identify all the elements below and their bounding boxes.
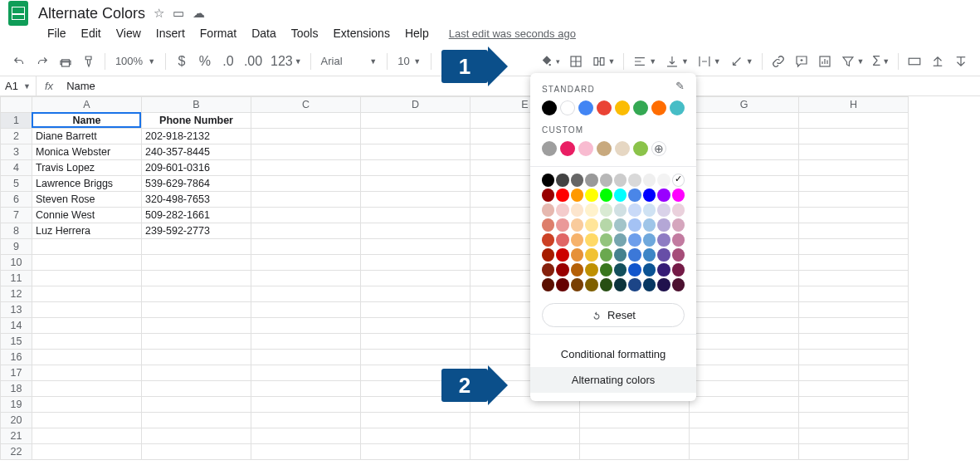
palette-swatch[interactable] (614, 233, 627, 247)
cell[interactable]: 209-601-0316 (142, 160, 251, 176)
standard-swatch[interactable] (651, 100, 666, 115)
cell[interactable] (32, 334, 142, 350)
palette-swatch[interactable] (614, 188, 627, 202)
palette-swatch[interactable] (571, 188, 583, 202)
cell[interactable] (690, 365, 799, 381)
more-formats-button[interactable]: 123▼ (267, 51, 305, 72)
palette-swatch[interactable] (600, 203, 612, 217)
cell[interactable] (142, 334, 251, 350)
palette-swatch[interactable] (628, 174, 641, 187)
palette-swatch[interactable] (571, 248, 583, 262)
palette-swatch[interactable] (628, 233, 641, 247)
cell[interactable] (690, 176, 799, 192)
print-button[interactable] (55, 51, 76, 72)
cell[interactable] (142, 350, 251, 365)
cell[interactable] (799, 160, 909, 176)
paint-format-button[interactable] (78, 51, 100, 72)
cell[interactable] (470, 413, 580, 428)
palette-swatch[interactable] (657, 248, 670, 262)
cell[interactable] (32, 271, 142, 286)
palette-swatch[interactable] (542, 203, 554, 217)
row-header[interactable]: 14 (1, 318, 32, 334)
spreadsheet-grid[interactable]: ABCDEFGH1NamePhone Number2Diane Barrett2… (0, 96, 980, 460)
cell[interactable] (799, 255, 909, 271)
borders-button[interactable] (565, 51, 587, 72)
row-header[interactable]: 13 (1, 302, 32, 318)
standard-swatch[interactable] (633, 100, 648, 115)
palette-swatch[interactable] (672, 203, 685, 217)
cell[interactable] (142, 302, 251, 318)
palette-swatch[interactable] (571, 218, 583, 232)
edit-theme-icon[interactable]: ✎ (675, 80, 685, 92)
palette-swatch[interactable] (571, 278, 583, 291)
cell[interactable] (251, 176, 361, 192)
cell[interactable] (690, 255, 799, 271)
palette-swatch[interactable] (542, 218, 554, 232)
cell[interactable] (251, 160, 361, 176)
palette-swatch[interactable] (585, 278, 597, 291)
palette-swatch[interactable] (628, 203, 641, 217)
row-header[interactable]: 19 (1, 397, 32, 413)
cell[interactable] (251, 271, 361, 286)
cell[interactable] (251, 318, 361, 334)
row-header[interactable]: 11 (1, 271, 32, 286)
cell[interactable] (799, 318, 909, 334)
cell[interactable] (690, 397, 799, 413)
cell[interactable] (142, 397, 251, 413)
cell[interactable] (799, 397, 909, 413)
col-header[interactable]: A (32, 97, 142, 113)
palette-swatch[interactable] (628, 263, 641, 277)
menu-extensions[interactable]: Extensions (327, 25, 395, 42)
palette-swatch[interactable] (672, 233, 685, 247)
palette-swatch[interactable] (643, 263, 656, 277)
palette-swatch[interactable] (556, 188, 568, 202)
cell[interactable] (580, 444, 690, 460)
palette-swatch[interactable] (643, 203, 656, 217)
custom-swatch[interactable] (615, 141, 630, 156)
cell[interactable] (32, 318, 142, 334)
palette-swatch[interactable] (542, 248, 554, 262)
cell[interactable] (799, 208, 909, 223)
cell[interactable] (799, 365, 909, 381)
palette-swatch[interactable] (600, 174, 612, 187)
cell[interactable] (690, 223, 799, 239)
cell[interactable] (690, 381, 799, 397)
col-header[interactable]: G (690, 97, 799, 113)
cell[interactable]: Steven Rose (32, 192, 142, 208)
cell[interactable] (32, 350, 142, 365)
cell[interactable] (690, 192, 799, 208)
cell[interactable] (251, 413, 361, 428)
cell[interactable] (799, 413, 909, 428)
cell[interactable]: 320-498-7653 (142, 192, 251, 208)
cell[interactable] (251, 208, 361, 223)
cell[interactable] (251, 129, 361, 144)
cell[interactable] (799, 129, 909, 144)
row-header[interactable]: 21 (1, 428, 32, 444)
palette-swatch[interactable] (571, 263, 583, 277)
row-header[interactable]: 20 (1, 413, 32, 428)
cell[interactable] (32, 381, 142, 397)
font-size-select[interactable]: 10▼ (392, 51, 426, 72)
menu-file[interactable]: File (41, 25, 72, 42)
row-header[interactable]: 2 (1, 129, 32, 144)
palette-swatch[interactable] (542, 278, 554, 291)
cell[interactable] (142, 318, 251, 334)
cell[interactable] (361, 208, 470, 223)
palette-swatch[interactable] (614, 263, 627, 277)
doc-title[interactable]: Alternate Colors (38, 5, 145, 22)
cell[interactable] (690, 428, 799, 444)
arrow-down-icon[interactable] (950, 51, 972, 72)
col-header[interactable]: B (142, 97, 251, 113)
increase-decimal-button[interactable]: .00 (241, 51, 266, 72)
palette-swatch[interactable] (628, 278, 641, 291)
row-header[interactable]: 15 (1, 334, 32, 350)
custom-swatch[interactable] (578, 141, 593, 156)
palette-swatch[interactable] (657, 278, 670, 291)
palette-swatch[interactable] (643, 233, 656, 247)
palette-swatch[interactable] (628, 188, 641, 202)
cell[interactable] (251, 381, 361, 397)
cell[interactable] (251, 113, 361, 129)
cell[interactable] (799, 350, 909, 365)
cell[interactable] (799, 381, 909, 397)
palette-swatch[interactable] (672, 248, 685, 262)
